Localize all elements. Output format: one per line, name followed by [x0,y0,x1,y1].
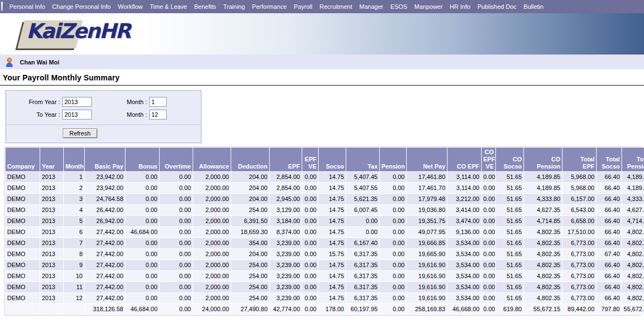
nav-item-bulletin[interactable]: Bulletin [523,3,543,10]
refresh-button[interactable]: Refresh [63,128,97,138]
table-cell: 6,007.45 [346,205,379,215]
user-icon [5,57,14,67]
table-cell: 2,000.00 [193,194,231,204]
table-cell: 2013 [40,260,63,270]
from-month-label: Month : [94,99,149,105]
table-row: DEMO2013927,442.000.000.002,000.00254.00… [6,260,644,270]
table-row: DEMO20131227,442.000.000.002,000.00254.0… [6,293,644,303]
table-cell: 0.00 [380,282,406,292]
nav-item-hr-info[interactable]: HR Info [450,3,470,10]
table-cell: 17,461.70 [407,183,447,193]
table-cell: 3,534.00 [447,293,481,303]
table-row: DEMO2013426,442.000.000.002,000.00254.00… [6,205,644,215]
nav-item-change-personal-info[interactable]: Change Personal Info [52,3,111,10]
table-cell: 4,333.80 [622,194,644,204]
table-cell: 2013 [40,205,63,215]
table-cell: 2,945.00 [270,194,302,204]
column-header: Company [6,148,40,171]
table-cell: 55,672.15 [622,304,644,314]
table-cell: 0.00 [302,216,318,226]
table-cell: 14.75 [319,271,346,281]
table-row: DEMO2013123,942.000.000.002,000.00204.00… [6,172,644,182]
table-cell: 0.00 [160,227,193,237]
table-cell: 14.75 [319,205,346,215]
table-cell: DEMO [6,216,40,226]
table-cell: 3,414.00 [447,205,481,215]
to-month-input[interactable] [149,110,167,120]
table-cell: 49,077.95 [407,227,447,237]
nav-item-published-doc[interactable]: Published Doc [477,3,516,10]
table-cell: 4,714.85 [524,216,562,226]
table-cell: 4,627.35 [622,205,644,215]
table-cell: 7 [64,238,84,248]
table-cell: 0.00 [160,304,193,314]
table-cell: 0.00 [482,271,495,281]
table-cell: 6,317.35 [346,271,379,281]
table-cell: 6,658.00 [563,216,596,226]
table-cell: 3,212.00 [447,194,481,204]
table-cell: 0.00 [302,260,318,270]
table-cell: 254.00 [231,260,269,270]
table-cell: DEMO [6,293,40,303]
nav-item-performance[interactable]: Performance [252,3,287,10]
user-name: Chan Wai Moi [20,59,59,66]
nav-item-time-leave[interactable]: Time & Leave [150,3,187,10]
table-header-row: CompanyYearMonthBasic PayBonusOvertimeAl… [6,148,644,171]
table-cell: 0.00 [380,293,406,303]
table-cell: 0.00 [482,293,495,303]
column-header: EPF VE [302,148,318,171]
nav-item-workflow[interactable]: Workflow [118,3,143,10]
table-cell: 6,317.35 [346,293,379,303]
table-cell: 0.00 [160,271,193,281]
table-cell: 254.00 [231,293,269,303]
nav-item-recruitment[interactable]: Recruitment [319,3,352,10]
table-cell: 3,534.00 [447,260,481,270]
table-cell: 0.00 [380,216,406,226]
table-cell: 51.65 [496,194,523,204]
table-row: DEMO2013827,442.000.000.002,000.00204.00… [6,249,644,259]
nav-item-training[interactable]: Training [223,3,245,10]
table-cell: DEMO [6,238,40,248]
nav-item-payroll[interactable]: Payroll [294,3,313,10]
table-cell: 17,510.00 [563,227,596,237]
table-cell: 2,854.00 [270,183,302,193]
table-cell: 6,317.35 [346,249,379,259]
table-cell: 55,672.15 [524,304,562,314]
table-cell: 0.00 [160,260,193,270]
navbar: Personal InfoChange Personal InfoWorkflo… [0,0,644,13]
table-cell: 0.00 [482,194,495,204]
to-year-input[interactable] [62,110,92,120]
table-cell: 4,802.35 [524,282,562,292]
nav-item-benefits[interactable]: Benefits [194,3,216,10]
page-title: Your Payroll Monthly Summary [3,73,644,82]
table-cell: 19,665.90 [407,249,447,259]
table-cell: 66.40 [597,194,621,204]
table-cell: 14.75 [319,216,346,226]
column-header: Overtime [160,148,193,171]
table-row: DEMO2013526,942.000.000.002,000.006,391.… [6,216,644,226]
table-cell: 0.00 [482,304,495,314]
table-cell: 2,000.00 [193,205,231,215]
from-year-input[interactable] [62,97,92,107]
table-cell: 0.00 [160,183,193,193]
nav-item-manager[interactable]: Manager [359,3,383,10]
column-header: Year [40,148,63,171]
table-cell: 0.00 [125,183,159,193]
nav-item-manpower[interactable]: Manpower [414,3,443,10]
table-cell: 42,774.00 [270,304,302,314]
table-cell: DEMO [6,183,40,193]
logo-text: KaiZenHR [26,19,130,43]
table-cell: 4,802.35 [622,293,644,303]
table-cell: 18,659.30 [231,227,269,237]
table-cell: 51.65 [496,183,523,193]
nav-item-personal-info[interactable]: Personal Info [9,3,45,10]
table-cell: 0.00 [160,282,193,292]
from-month-input[interactable] [149,97,167,107]
table-cell: 66.40 [597,172,621,182]
table-cell: 2013 [40,227,63,237]
table-cell: 15.75 [319,249,346,259]
column-header: Tax [346,148,379,171]
table-cell: 66.40 [597,293,621,303]
nav-item-esos[interactable]: ESOS [390,3,407,10]
table-cell: 27,442.00 [85,293,125,303]
